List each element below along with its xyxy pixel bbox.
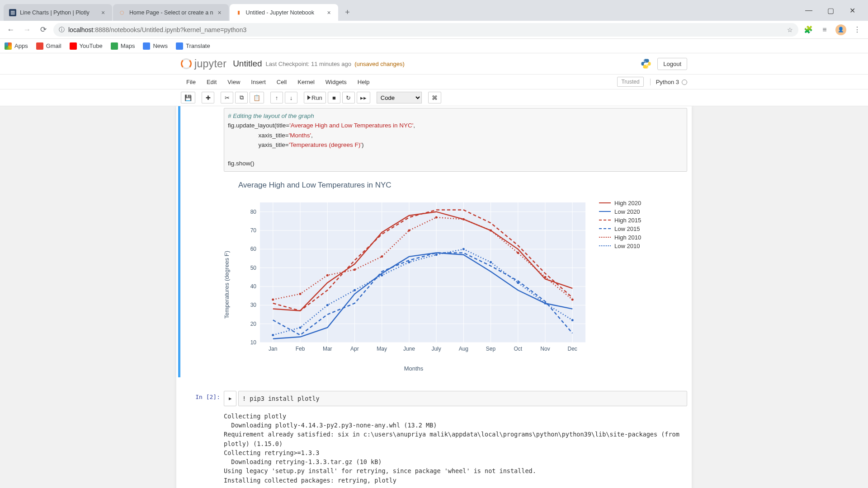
legend-label: High 2010: [614, 234, 641, 241]
command-palette-button[interactable]: ⌘: [428, 92, 441, 103]
restart-button[interactable]: ↻: [342, 92, 355, 103]
menubar: File Edit View Insert Cell Kernel Widget…: [176, 75, 692, 89]
notebook-scroll-area[interactable]: # Editing the layout of the graph fig.up…: [0, 106, 868, 488]
legend-label: High 2015: [614, 217, 641, 224]
play-icon: [307, 95, 311, 100]
svg-point-58: [408, 261, 410, 263]
cut-button[interactable]: ✂: [221, 92, 233, 103]
code-cell[interactable]: In [2]: ▸ ! pip3 install plotly: [178, 389, 690, 408]
bookmark-news[interactable]: News: [143, 42, 168, 50]
browser-tab[interactable]: ◌ Home Page - Select or create a n ×: [113, 4, 229, 21]
close-window-icon[interactable]: ✕: [842, 3, 863, 18]
bookmark-translate[interactable]: Translate: [176, 42, 210, 50]
svg-text:June: June: [403, 346, 415, 352]
output-prompt: [181, 410, 224, 487]
add-cell-button[interactable]: ✚: [202, 92, 214, 103]
svg-text:Apr: Apr: [350, 346, 359, 352]
python-logo-icon: [640, 58, 652, 70]
menu-insert[interactable]: Insert: [245, 79, 271, 85]
back-button[interactable]: ←: [5, 23, 17, 36]
svg-text:July: July: [431, 346, 441, 352]
legend-item[interactable]: Low 2010: [599, 243, 641, 249]
apps-shortcut[interactable]: Apps: [5, 42, 28, 50]
svg-point-51: [544, 276, 546, 278]
translate-icon: [176, 42, 183, 50]
logout-button[interactable]: Logout: [657, 58, 687, 70]
address-bar[interactable]: ⓘ localhost:8888/notebooks/Untitled.ipyn…: [53, 23, 798, 37]
line-chart[interactable]: Temperatures (degrees F) 102030405060708…: [237, 198, 590, 372]
output-cell: Collecting plotly Downloading plotly-4.1…: [178, 408, 690, 488]
checkpoint-status: Last Checkpoint: 11 minutes ago (unsaved…: [266, 61, 405, 67]
kernel-name[interactable]: Python 3: [650, 79, 687, 85]
svg-text:80: 80: [250, 208, 257, 215]
code-editor[interactable]: ! pip3 install plotly: [238, 391, 687, 406]
jupyter-logo[interactable]: jupyter: [181, 58, 226, 70]
bookmark-gmail[interactable]: Gmail: [36, 42, 61, 50]
chart-legend[interactable]: High 2020Low 2020High 2015Low 2015High 2…: [599, 198, 641, 372]
bookmark-youtube[interactable]: YouTube: [70, 42, 103, 50]
legend-item[interactable]: High 2010: [599, 234, 641, 241]
cell-output: Average High and Low Temperatures in NYC…: [224, 172, 687, 375]
menu-file[interactable]: File: [181, 79, 201, 85]
svg-point-42: [299, 293, 302, 295]
svg-point-60: [462, 248, 465, 250]
svg-text:Aug: Aug: [459, 346, 468, 352]
svg-rect-0: [260, 202, 585, 343]
browser-tab[interactable]: ▥ Line Charts | Python | Plotly ×: [4, 4, 112, 21]
menu-widgets[interactable]: Widgets: [320, 79, 352, 85]
menu-kernel[interactable]: Kernel: [292, 79, 320, 85]
svg-text:Feb: Feb: [296, 346, 305, 352]
minimize-icon[interactable]: —: [798, 3, 819, 18]
move-down-button[interactable]: ↓: [285, 92, 297, 103]
legend-label: Low 2015: [614, 225, 640, 232]
run-cell-button[interactable]: ▸: [224, 391, 236, 406]
legend-item[interactable]: Low 2015: [599, 225, 641, 232]
profile-avatar[interactable]: 👤: [835, 23, 847, 36]
notebook-name[interactable]: Untitled: [233, 59, 262, 69]
legend-item[interactable]: Low 2020: [599, 208, 641, 215]
legend-swatch-icon: [599, 237, 611, 238]
legend-item[interactable]: High 2015: [599, 217, 641, 224]
svg-point-49: [490, 229, 492, 231]
menu-help[interactable]: Help: [352, 79, 375, 85]
restart-run-all-button[interactable]: ▸▸: [357, 92, 370, 103]
tab-title: Home Page - Select or create a n: [129, 9, 213, 16]
forward-button[interactable]: →: [21, 23, 33, 36]
extensions-icon[interactable]: 🧩: [802, 23, 815, 36]
legend-label: Low 2020: [614, 208, 640, 215]
bookmark-star-icon[interactable]: ☆: [787, 26, 793, 33]
copy-button[interactable]: ⧉: [235, 92, 248, 103]
close-icon[interactable]: ×: [216, 9, 223, 16]
bookmark-maps[interactable]: Maps: [111, 42, 135, 50]
close-icon[interactable]: ×: [99, 9, 107, 16]
move-up-button[interactable]: ↑: [270, 92, 283, 103]
browser-tab-active[interactable]: ▮ Untitled - Jupyter Notebook ×: [230, 4, 338, 21]
trusted-indicator[interactable]: Trusted: [617, 77, 643, 87]
paste-button[interactable]: 📋: [250, 92, 264, 103]
plotly-favicon-icon: ▥: [9, 9, 16, 16]
run-button[interactable]: Run: [304, 92, 326, 103]
reload-button[interactable]: ⟳: [37, 23, 50, 36]
site-info-icon[interactable]: ⓘ: [59, 26, 65, 34]
input-prompt: In [2]:: [181, 391, 224, 406]
save-icon: 💾: [184, 94, 192, 101]
code-cell[interactable]: # Editing the layout of the graph fig.up…: [178, 106, 690, 377]
close-icon[interactable]: ×: [326, 9, 333, 16]
menu-view[interactable]: View: [222, 79, 245, 85]
svg-text:60: 60: [250, 246, 257, 252]
interrupt-button[interactable]: ■: [328, 92, 340, 103]
menu-edit[interactable]: Edit: [201, 79, 222, 85]
svg-point-64: [571, 319, 574, 321]
chrome-menu-icon[interactable]: ⋮: [851, 23, 863, 36]
jupyter-logo-icon: [181, 58, 192, 69]
menu-cell[interactable]: Cell: [271, 79, 292, 85]
legend-item[interactable]: High 2020: [599, 200, 641, 206]
new-tab-button[interactable]: +: [341, 5, 354, 19]
bookmarks-bar: Apps Gmail YouTube Maps News Translate: [0, 39, 868, 53]
cell-type-select[interactable]: Code: [377, 92, 422, 103]
save-button[interactable]: 💾: [181, 92, 195, 103]
svg-point-45: [381, 255, 383, 258]
reading-list-icon[interactable]: ≡: [818, 23, 831, 36]
code-editor[interactable]: # Editing the layout of the graph fig.up…: [224, 108, 687, 172]
maximize-icon[interactable]: ▢: [820, 3, 841, 18]
